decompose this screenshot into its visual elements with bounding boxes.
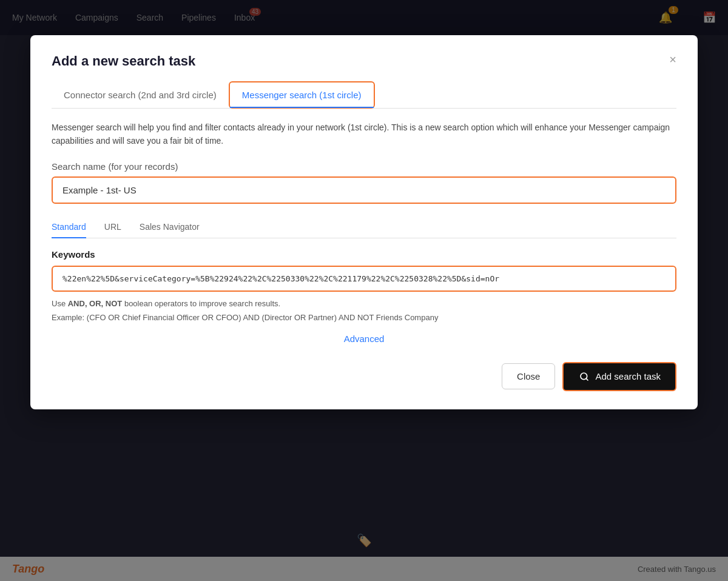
search-name-label: Search name (for your records) bbox=[52, 161, 676, 172]
add-search-task-label: Add search task bbox=[595, 371, 661, 381]
modal-title: Add a new search task bbox=[52, 53, 195, 69]
modal-container: Add a new search task × Connector search… bbox=[30, 35, 698, 409]
modal-description: Messenger search will help you find and … bbox=[52, 121, 676, 148]
tab-messenger-search[interactable]: Messenger search (1st circle) bbox=[229, 81, 375, 109]
keywords-label: Keywords bbox=[52, 249, 676, 260]
sub-tab-container: Standard URL Sales Navigator bbox=[52, 216, 676, 238]
sub-tab-standard[interactable]: Standard bbox=[52, 216, 86, 238]
tab-connector-search[interactable]: Connector search (2nd and 3rd circle) bbox=[52, 81, 229, 108]
modal-footer: Close Add search task bbox=[52, 356, 676, 391]
hint-boolean: Use AND, OR, NOT boolean operators to im… bbox=[52, 298, 676, 310]
tab-container: Connector search (2nd and 3rd circle) Me… bbox=[52, 81, 676, 109]
sub-tab-sales-navigator[interactable]: Sales Navigator bbox=[140, 216, 200, 238]
sub-tab-url[interactable]: URL bbox=[104, 216, 121, 238]
close-button[interactable]: Close bbox=[502, 363, 555, 389]
search-magnify-icon bbox=[578, 371, 590, 383]
modal-header: Add a new search task × bbox=[52, 53, 676, 69]
svg-line-1 bbox=[587, 378, 588, 380]
modal-close-button[interactable]: × bbox=[669, 53, 676, 65]
add-search-task-button[interactable]: Add search task bbox=[562, 362, 676, 391]
keywords-input[interactable] bbox=[52, 266, 676, 292]
search-name-input[interactable] bbox=[52, 176, 676, 204]
hint-example: Example: (CFO OR Chief Financial Officer… bbox=[52, 312, 676, 324]
advanced-link[interactable]: Advanced bbox=[52, 334, 676, 344]
